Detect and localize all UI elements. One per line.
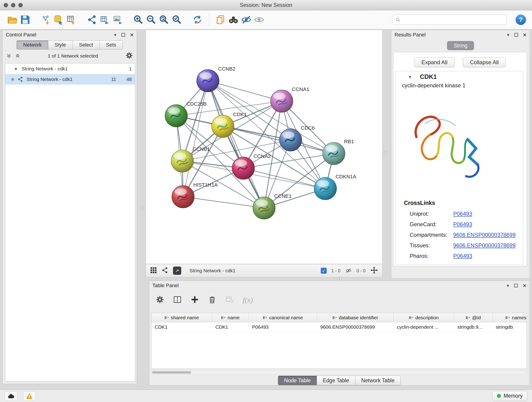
cell-shared-name[interactable]: CDK1 xyxy=(152,322,212,332)
table-row[interactable]: CDK1 CDK1 P06493 9606.ENSP00000378699 cy… xyxy=(152,322,526,332)
show-columns-icon[interactable] xyxy=(173,295,182,305)
collection-expand-icon[interactable]: ▼ xyxy=(14,67,18,71)
cell-database-identifier[interactable]: 9606.ENSP00000378699 xyxy=(317,322,394,332)
network-edge[interactable] xyxy=(183,81,208,197)
column-header[interactable]: shared name xyxy=(152,313,212,322)
tab-select[interactable]: Select xyxy=(72,40,100,50)
node-label: CDC25B xyxy=(186,101,207,107)
pan-mode-icon[interactable] xyxy=(370,266,378,275)
export-image-icon[interactable] xyxy=(111,13,124,27)
panel-close-icon[interactable]: × xyxy=(523,283,526,288)
uniprot-link[interactable]: P06493 xyxy=(453,211,472,217)
network-node-hist1h1a[interactable]: HIST1H1A xyxy=(172,182,218,208)
delete-column-icon[interactable] xyxy=(208,295,216,305)
tab-style[interactable]: Style xyxy=(48,40,73,50)
tab-network[interactable]: Network xyxy=(17,40,48,50)
network-icon xyxy=(17,76,23,82)
birdseye-view-icon[interactable] xyxy=(162,267,168,274)
pharos-link[interactable]: P06493 xyxy=(453,253,472,259)
close-window-button[interactable] xyxy=(4,3,8,7)
export-network-table-icon[interactable] xyxy=(99,13,111,27)
tab-string[interactable]: String xyxy=(447,41,474,50)
node-label: CCNB1 xyxy=(193,146,210,152)
vertical-splitter-handle[interactable] xyxy=(383,151,387,155)
column-header[interactable]: name xyxy=(212,313,249,322)
panel-menu-icon[interactable]: ▾ xyxy=(507,32,509,37)
export-view-icon[interactable]: ↗ xyxy=(173,267,181,275)
panel-close-icon[interactable]: × xyxy=(130,32,133,38)
minimize-window-button[interactable] xyxy=(11,3,15,7)
hide-selected-icon[interactable] xyxy=(240,13,253,27)
open-session-icon[interactable] xyxy=(6,13,19,27)
clone-network-icon[interactable] xyxy=(86,13,99,27)
selected-nodes-checkbox[interactable]: ✓ xyxy=(321,268,327,274)
cell-canonical-name[interactable]: P06493 xyxy=(249,322,317,332)
refresh-layout-icon[interactable] xyxy=(191,13,204,27)
panel-float-icon[interactable] xyxy=(514,33,518,37)
network-node-rb1[interactable]: RB1 xyxy=(323,139,354,165)
import-table-file-icon[interactable] xyxy=(65,13,78,27)
collapse-all-networks-icon[interactable] xyxy=(15,53,20,58)
cell-name[interactable]: CDK1 xyxy=(212,322,249,332)
network-node-cdk1[interactable]: CDK1 xyxy=(212,112,247,138)
compartments-link[interactable]: 9606.ENSP00000378699 xyxy=(453,232,515,238)
cell-namespace[interactable]: stringdb xyxy=(493,322,527,332)
import-network-database-icon[interactable] xyxy=(52,13,65,27)
cell-id[interactable]: stringdb:9... xyxy=(454,322,493,332)
tab-sets[interactable]: Sets xyxy=(99,40,123,50)
cloud-button[interactable] xyxy=(5,391,17,401)
scrollbar-thumb[interactable] xyxy=(152,371,191,374)
network-edge[interactable] xyxy=(183,197,264,208)
save-session-icon[interactable] xyxy=(19,13,32,27)
horizontal-scrollbar[interactable] xyxy=(151,370,527,374)
tissues-link[interactable]: 9606.ENSP00000378699 xyxy=(453,242,515,249)
binoculars-icon[interactable] xyxy=(227,13,240,27)
column-header[interactable]: @id xyxy=(454,313,493,322)
network-view[interactable]: CCNB2CCNA1CDC25BCDK1CDC6RB1CCNB1CCNA2CDK… xyxy=(146,30,382,264)
add-column-icon[interactable] xyxy=(190,295,199,305)
panel-float-icon[interactable] xyxy=(121,33,125,37)
table-options-gear-icon[interactable] xyxy=(156,295,164,305)
network-options-gear-icon[interactable] xyxy=(125,51,133,60)
search-input[interactable] xyxy=(403,17,504,23)
panel-float-icon[interactable] xyxy=(514,284,518,287)
network-edge[interactable] xyxy=(223,126,334,153)
collapse-all-button[interactable]: Collapse All xyxy=(463,57,506,67)
column-header[interactable]: namespace xyxy=(493,313,527,322)
show-all-icon[interactable] xyxy=(253,13,266,27)
network-node-cdkn1a[interactable]: CDKN1A xyxy=(314,174,356,200)
results-panel-title: Results Panel xyxy=(394,32,426,38)
genecard-link[interactable]: P06493 xyxy=(453,221,472,228)
help-button[interactable]: ? xyxy=(515,14,526,25)
memory-button[interactable]: Memory xyxy=(492,391,527,401)
panel-close-icon[interactable]: × xyxy=(523,32,526,38)
zoom-fit-icon[interactable] xyxy=(158,13,171,27)
import-network-file-icon[interactable] xyxy=(39,13,52,27)
tab-edge-table[interactable]: Edge Table xyxy=(317,376,355,385)
tab-node-table[interactable]: Node Table xyxy=(278,376,317,385)
gene-expand-icon[interactable]: ▼ xyxy=(408,75,412,79)
network-row-selected[interactable]: String Network - cdk1 11 48 xyxy=(5,74,135,85)
zoom-window-button[interactable] xyxy=(18,3,23,7)
copy-document-icon[interactable] xyxy=(214,13,227,27)
zoom-in-icon[interactable] xyxy=(132,13,145,27)
zoom-selected-icon[interactable] xyxy=(171,13,183,27)
warning-button[interactable] xyxy=(23,391,36,401)
column-header[interactable]: description xyxy=(394,313,454,322)
grid-view-icon[interactable] xyxy=(150,267,157,274)
expand-all-button[interactable]: Expand All xyxy=(414,57,455,67)
cell-description[interactable]: cyclin-dependent ... xyxy=(394,322,454,332)
network-node-ccnb2[interactable]: CCNB2 xyxy=(196,66,235,92)
panel-menu-icon[interactable]: ▾ xyxy=(507,283,509,288)
vertical-splitter-handle[interactable] xyxy=(140,206,144,210)
tab-network-table[interactable]: Network Table xyxy=(355,376,401,385)
expand-all-networks-icon[interactable] xyxy=(6,53,12,58)
panel-menu-icon[interactable]: ▾ xyxy=(114,32,116,37)
network-node-ccna1[interactable]: CCNA1 xyxy=(271,86,309,113)
column-header[interactable]: canonical name xyxy=(249,313,317,322)
network-collection-row[interactable]: ▼ String Network - cdk1 1 xyxy=(5,64,135,74)
horizontal-splitter-handle[interactable] xyxy=(338,277,342,281)
network-edge[interactable] xyxy=(208,81,264,208)
zoom-out-icon[interactable] xyxy=(145,13,158,27)
column-header[interactable]: database identifier xyxy=(317,313,394,322)
